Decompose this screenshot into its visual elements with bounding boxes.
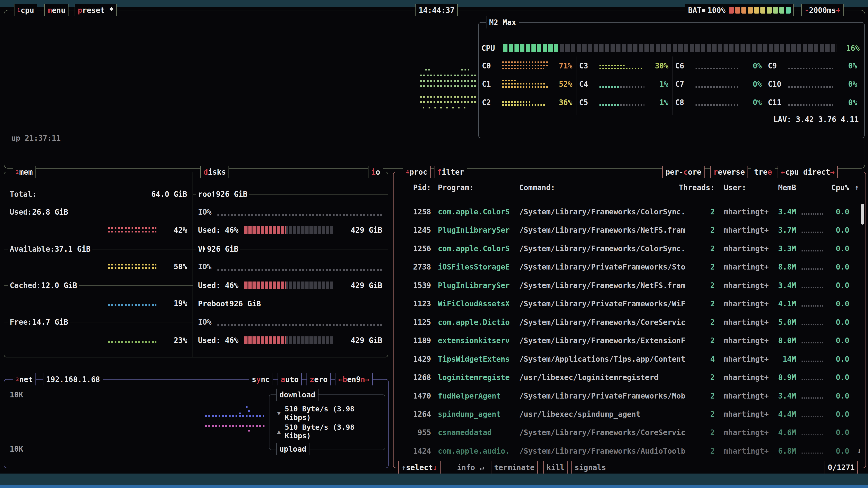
tab-cpu[interactable]: 1cpu: [14, 4, 37, 16]
table-row[interactable]: 1429TipsWidgetExtens/System/Applications…: [394, 355, 866, 365]
label-segment: cpu direct: [785, 168, 830, 176]
dock-bar: [0, 485, 868, 488]
mem-stat-row: Used:26.8 GiB: [10, 206, 187, 217]
cell-pid: 1268: [407, 373, 431, 382]
signals-action[interactable]: signals: [571, 461, 609, 474]
core-label: C4: [579, 80, 597, 89]
disk-io-label: IO%: [198, 207, 212, 217]
cell-threads: 2: [693, 336, 715, 345]
cell-command: /System/Library/PrivateFrameworks/WiF: [519, 299, 685, 308]
info-action[interactable]: info ↵: [454, 461, 487, 474]
mem-stat-label: Cached:: [8, 281, 43, 290]
label-segment: 1: [17, 7, 20, 13]
mem-stat-label: Free:: [8, 318, 34, 326]
cell-command: /usr/libexec/spindump_agent: [519, 410, 640, 419]
disk-io-graph: [217, 317, 382, 327]
mem-percent: 23%: [160, 336, 187, 345]
terminate-action[interactable]: terminate: [491, 461, 538, 474]
label-segment: nc: [261, 375, 270, 384]
cell-pid: 1123: [407, 299, 431, 308]
refresh-rate-control[interactable]: - 2000ms +: [801, 4, 844, 16]
core-percent: 0%: [835, 98, 857, 107]
mem-stat-row: Total:64.0 GiB: [10, 189, 187, 199]
table-row[interactable]: 1258com.apple.ColorS/System/Library/Fram…: [394, 207, 866, 218]
cpu-total-label: CPU: [482, 44, 500, 53]
tab-mem[interactable]: 2mem: [13, 166, 36, 178]
net-auto-toggle[interactable]: auto: [278, 373, 302, 385]
core-cell-C4: C41%: [579, 77, 669, 91]
label-segment: terminate: [494, 463, 535, 472]
select-action[interactable]: ↑ select ↓: [398, 461, 440, 474]
graph-dots: [502, 65, 548, 66]
mem-meter: [108, 263, 156, 270]
label-segment: m: [48, 6, 52, 15]
net-zero-toggle[interactable]: zero: [307, 373, 331, 385]
scroll-down-icon[interactable]: ↓: [857, 446, 862, 455]
table-row[interactable]: 1539PlugInLibrarySer/System/Library/Fram…: [394, 281, 866, 292]
kill-action[interactable]: kill: [544, 461, 567, 474]
table-row[interactable]: 1245PlugInLibrarySer/System/Library/Fram…: [394, 226, 866, 236]
table-row[interactable]: 1268loginitemregiste/usr/libexec/loginit…: [394, 373, 866, 384]
filter-button[interactable]: filter: [434, 166, 467, 178]
cell-cpu: 0.0: [827, 373, 849, 382]
graph-dots: [108, 227, 156, 229]
table-row[interactable]: 1424com.apple.audio./System/Library/Fram…: [394, 447, 866, 457]
disk-used-label: Used: 46%: [198, 281, 239, 290]
cell-user: mhartingt+: [724, 318, 769, 327]
tab-proc[interactable]: 4proc: [403, 166, 431, 178]
cell-user: mhartingt+: [724, 392, 769, 400]
tree-toggle[interactable]: tree: [751, 166, 775, 178]
core-label: C11: [768, 98, 786, 107]
table-row[interactable]: 1470fudHelperAgent/System/Library/Privat…: [394, 392, 866, 402]
upload-graph: [205, 425, 265, 427]
net-sync-toggle[interactable]: sync: [249, 373, 273, 385]
cell-mem: 8.8M: [769, 263, 796, 271]
table-row[interactable]: 1123WiFiCloudAssetsX/System/Library/Priv…: [394, 299, 866, 310]
table-row[interactable]: 1264spindump_agent/usr/libexec/spindump_…: [394, 410, 866, 421]
mem-meter: [108, 226, 156, 234]
cell-mem: 14M: [769, 355, 796, 363]
disk-used-value: 429 GiB: [351, 226, 382, 234]
sort-column-switcher[interactable]: ← cpu direct →: [778, 166, 838, 178]
table-row[interactable]: 955csnameddatad/System/Library/Framework…: [394, 428, 866, 439]
cell-command: /System/Applications/Tips.app/Content: [519, 355, 685, 363]
per-core-toggle[interactable]: per-core: [662, 166, 705, 178]
process-count: 0/1271: [825, 461, 858, 474]
cell-mem-dots: [802, 453, 824, 454]
tab-disks[interactable]: disks: [200, 166, 229, 178]
upload-arrow-icon: ▲: [277, 428, 281, 435]
mem-stat-label: Available:: [8, 245, 57, 254]
table-row[interactable]: 1189extensionkitserv/System/Library/Fram…: [394, 336, 866, 347]
table-row[interactable]: 1256com.apple.ColorS/System/Library/Fram…: [394, 244, 866, 255]
table-row[interactable]: 2738iOSFilesStorageE/System/Library/Priv…: [394, 263, 866, 273]
mem-meter-row: 42%: [10, 225, 187, 235]
battery-label: BAT: [688, 6, 702, 15]
core-percent: 0%: [835, 61, 857, 70]
label-segment: kill: [547, 463, 564, 472]
core-column-divider: [576, 57, 577, 115]
graph-dots: [788, 86, 833, 88]
core-percent: 71%: [551, 61, 572, 70]
scrollbar-thumb[interactable]: [861, 204, 864, 225]
disk-used-value: 429 GiB: [351, 336, 382, 345]
tab-net[interactable]: 3net: [13, 373, 36, 385]
cell-command: /System/Library/PrivateFrameworks/Sto: [519, 263, 685, 271]
core-cell-C6: C60%: [675, 59, 762, 73]
label-segment: 2000ms: [809, 6, 836, 15]
cell-program: com.apple.ColorS: [438, 207, 510, 216]
core-percent: 0%: [740, 80, 762, 89]
upload-rate: 510 Byte/s (3.98 Kibps): [285, 423, 385, 440]
table-row[interactable]: 1125com.apple.Dictio/System/Library/Fram…: [394, 318, 866, 329]
core-history-graph: [502, 59, 548, 72]
label-segment: ero: [314, 375, 328, 384]
io-toggle[interactable]: io: [368, 166, 383, 178]
cell-threads: 2: [693, 392, 715, 400]
core-cell-C2: C236%: [482, 95, 572, 109]
menu-button[interactable]: menu: [44, 4, 68, 16]
net-interface-switcher[interactable]: ←b en9 n→: [335, 373, 373, 385]
preset-button[interactable]: preset *: [74, 4, 117, 16]
reverse-toggle[interactable]: reverse: [710, 166, 748, 178]
cell-user: mhartingt+: [724, 336, 769, 345]
label-segment: r: [713, 168, 718, 176]
graph-dots: [599, 65, 626, 66]
